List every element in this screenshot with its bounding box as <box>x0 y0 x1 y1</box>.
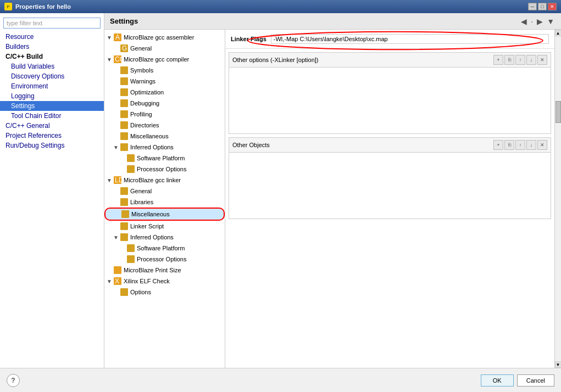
maximize-button[interactable]: □ <box>538 3 547 10</box>
tree-item-libraries[interactable]: Libraries <box>104 197 225 208</box>
tree-toggle[interactable]: ▼ <box>107 35 113 41</box>
tree-item-link-misc[interactable]: Miscellaneous <box>104 208 225 221</box>
svg-rect-20 <box>121 210 129 218</box>
tree-item-printsize[interactable]: MicroBlaze Print Size <box>104 265 225 276</box>
nav-item-ccbuild[interactable]: C/C++ Build <box>0 52 104 61</box>
tree-item-link-general[interactable]: General <box>104 186 225 197</box>
right-scrollbar: ▲ ▼ <box>554 30 561 368</box>
svg-text:CC: CC <box>115 55 122 63</box>
tree-item-linker-script[interactable]: Linker Script <box>104 221 225 232</box>
other-options-copy-btn[interactable]: ⎘ <box>504 55 514 65</box>
nav-item-environment[interactable]: Environment <box>0 81 104 91</box>
tree-item-comp-softp[interactable]: Software Platform <box>104 153 225 164</box>
title-bar: P Properties for hello ─ □ ✕ <box>0 0 561 13</box>
other-objects-title: Other Objects <box>232 142 270 148</box>
scroll-up-btn[interactable]: ▲ <box>555 30 562 36</box>
svg-rect-6 <box>120 66 128 74</box>
nav-item-ccgeneral[interactable]: C/C++ General <box>0 121 104 131</box>
svg-rect-11 <box>120 121 128 129</box>
content-area: ▼ A MicroBlaze gcc assembler G General <box>104 30 561 368</box>
minimize-button[interactable]: ─ <box>528 3 537 10</box>
window-title: Properties for hello <box>15 3 71 10</box>
svg-rect-13 <box>120 143 128 151</box>
help-button[interactable]: ? <box>7 374 20 387</box>
link-general-icon <box>120 187 129 195</box>
tree-item-asm-general[interactable]: G General <box>104 43 225 54</box>
tree-item-comp-procopts[interactable]: Processor Options <box>104 164 225 175</box>
linker-icon: LD <box>113 176 122 184</box>
tree-item-link-inferred[interactable]: ▼ Inferred Options <box>104 232 225 243</box>
scrollbar-thumb[interactable] <box>556 101 561 123</box>
close-button[interactable]: ✕ <box>548 3 557 10</box>
other-objects-content <box>229 153 551 219</box>
svg-text:G: G <box>122 44 127 52</box>
forward-arrow[interactable]: ▶ <box>536 17 544 26</box>
scrollbar-track[interactable] <box>555 36 561 361</box>
svg-rect-24 <box>127 255 135 263</box>
right-panel: Settings ◀ · ▶ ▼ ▼ A MicroBlaze gcc a <box>104 13 561 368</box>
compiler-icon: CC <box>113 55 122 64</box>
nav-item-discovery[interactable]: Discovery Options <box>0 71 104 81</box>
tree-item-comp-misc[interactable]: Miscellaneous <box>104 131 225 142</box>
tree-item-optim[interactable]: Optimization <box>104 87 225 98</box>
other-objects-del-btn[interactable]: ✕ <box>537 140 547 150</box>
app-icon: P <box>4 3 12 10</box>
general-icon: G <box>120 44 129 53</box>
dropdown-arrow[interactable]: ▼ <box>546 17 556 26</box>
nav-item-rundebug[interactable]: Run/Debug Settings <box>0 141 104 150</box>
separator: · <box>530 17 534 26</box>
printsize-icon <box>113 266 122 275</box>
other-objects-add-btn[interactable]: + <box>493 140 503 150</box>
tree-item-mb-compiler[interactable]: ▼ CC MicroBlaze gcc compiler <box>104 54 225 65</box>
tree-item-mb-assembler[interactable]: ▼ A MicroBlaze gcc assembler <box>104 32 225 43</box>
svg-text:LD: LD <box>115 176 122 184</box>
tree-item-profiling[interactable]: Profiling <box>104 109 225 120</box>
other-options-del-btn[interactable]: ✕ <box>537 55 547 65</box>
tree-item-warnings[interactable]: Warnings <box>104 76 225 87</box>
tree-item-dirs[interactable]: Directories <box>104 120 225 131</box>
svg-rect-15 <box>127 165 135 173</box>
nav-item-resource[interactable]: Resource <box>0 32 104 42</box>
comp-misc-icon <box>120 132 129 141</box>
filter-box <box>3 18 101 29</box>
nav-item-builders[interactable]: Builders <box>0 42 104 52</box>
tree-item-xilinx-elf[interactable]: ▼ X Xilinx ELF Check <box>104 276 225 287</box>
other-options-down-btn[interactable]: ↓ <box>526 55 536 65</box>
other-options-content <box>229 68 551 133</box>
linker-flags-row: Linker Flags <box>225 30 554 49</box>
scroll-down-btn[interactable]: ▼ <box>555 361 562 368</box>
tree-item-link-procopts[interactable]: Processor Options <box>104 254 225 265</box>
other-objects-down-btn[interactable]: ↓ <box>526 140 536 150</box>
tree-item-debugging[interactable]: Debugging <box>104 98 225 109</box>
nav-item-settings[interactable]: Settings <box>0 101 104 111</box>
nav-item-buildvars[interactable]: Build Variables <box>0 61 104 71</box>
xilinx-icon: X <box>113 277 122 285</box>
symbols-icon <box>120 66 129 75</box>
other-objects-up-btn[interactable]: ↑ <box>515 140 525 150</box>
nav-item-logging[interactable]: Logging <box>0 91 104 101</box>
tree-toggle-linker[interactable]: ▼ <box>107 177 113 183</box>
tree-item-symbols[interactable]: Symbols <box>104 65 225 76</box>
linker-flags-label: Linker Flags <box>231 36 266 42</box>
tree-toggle-compiler[interactable]: ▼ <box>107 57 113 63</box>
tree-item-link-softp[interactable]: Software Platform <box>104 243 225 254</box>
nav-item-toolchain[interactable]: Tool Chain Editor <box>0 111 104 121</box>
tree-item-comp-inferred[interactable]: ▼ Inferred Options <box>104 142 225 153</box>
svg-rect-10 <box>120 110 128 118</box>
other-options-up-btn[interactable]: ↑ <box>515 55 525 65</box>
ok-button[interactable]: OK <box>481 374 514 387</box>
tree-item-elf-options[interactable]: Options <box>104 287 225 298</box>
window-controls: ─ □ ✕ <box>528 3 557 10</box>
other-options-title: Other options (-XLinker [option]) <box>232 57 319 63</box>
filter-input[interactable] <box>3 18 101 29</box>
settings-content: Linker Flags Other options (-XLinker [op… <box>225 30 554 368</box>
back-arrow[interactable]: ◀ <box>520 17 528 26</box>
cancel-button[interactable]: Cancel <box>517 374 554 387</box>
other-objects-copy-btn[interactable]: ⎘ <box>504 140 514 150</box>
linker-flags-input[interactable] <box>271 34 549 44</box>
other-options-add-btn[interactable]: + <box>493 55 503 65</box>
tree-item-mb-linker[interactable]: ▼ LD MicroBlaze gcc linker <box>104 175 225 186</box>
settings-header: Settings ◀ · ▶ ▼ <box>104 13 561 30</box>
nav-item-projrefs[interactable]: Project References <box>0 131 104 141</box>
profiling-icon <box>120 110 129 119</box>
